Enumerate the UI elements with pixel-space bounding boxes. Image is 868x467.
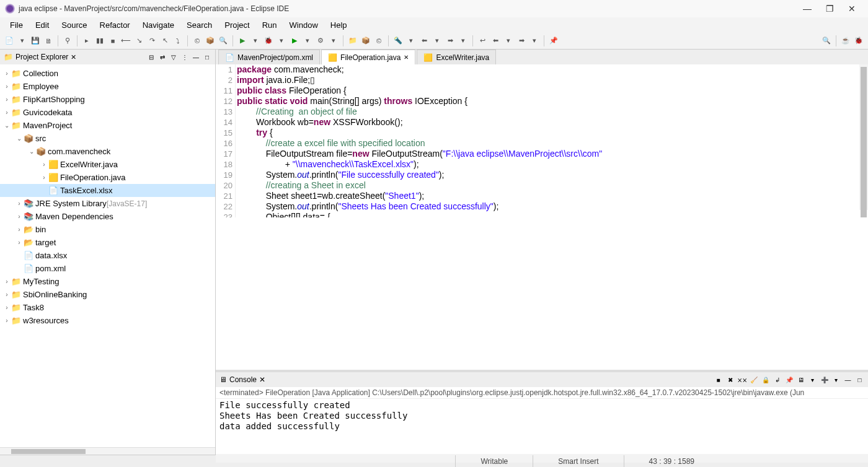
dropdown-icon[interactable]: ▾ [328,35,339,46]
drop-button[interactable]: ⤵ [172,35,184,46]
tree-folder-src[interactable]: ⌄📦src [0,132,215,145]
step-over-button[interactable]: ↷ [146,35,157,46]
tree-maven-deps[interactable]: ›📚Maven Dependencies [0,210,215,223]
menu-search[interactable]: Search [180,19,218,31]
coverage-button[interactable]: ▶ [237,35,248,46]
display-selected-button[interactable]: 🖥 [796,375,805,385]
project-tree[interactable]: ›📁Collection ›📁Employee ›📁FlipKartShoppi… [0,64,215,447]
link-editor-button[interactable]: ⇄ [158,53,167,61]
close-tab-button[interactable]: ✕ [404,54,409,61]
editor-hscrollbar[interactable] [216,217,868,370]
menu-source[interactable]: Source [55,19,93,31]
collapse-all-button[interactable]: ⊟ [147,53,156,61]
tree-project-sbi[interactable]: ›📁SbiOnlineBanking [0,288,215,301]
menu-project[interactable]: Project [218,19,255,31]
tree-jre-library[interactable]: ›📚JRE System Library [JavaSE-17] [0,197,215,210]
new-class-button[interactable]: © [192,35,203,46]
perspective-java-button[interactable]: ☕ [840,35,851,46]
step-into-button[interactable]: ↘ [133,35,144,46]
maximize-button[interactable]: ❐ [818,1,841,16]
open-console-button[interactable]: ➕ [820,375,829,385]
close-view-button[interactable]: ✕ [71,53,76,61]
close-button[interactable]: ✕ [841,1,863,16]
maximize-console-button[interactable]: □ [855,375,864,385]
tree-file-dataxlsx[interactable]: 📄data.xlsx [0,249,215,262]
editor-tab-fileoperation[interactable]: 🟨FileOperation.java✕ [321,50,415,64]
save-all-button[interactable]: 🗎 [43,35,54,46]
dropdown-icon[interactable]: ▾ [276,35,287,46]
clear-console-button[interactable]: 🧹 [749,375,758,385]
editor-vscrollbar[interactable] [859,64,868,210]
new-package-button[interactable]: 📦 [205,35,216,46]
dropdown-icon[interactable]: ▾ [808,375,817,385]
tree-project-task8[interactable]: ›📁Task8 [0,301,215,314]
new-java-class-button[interactable]: © [373,35,384,46]
save-button[interactable]: 💾 [30,35,41,46]
menu-run[interactable]: Run [256,19,283,31]
tree-file-pom[interactable]: 📄pom.xml [0,262,215,275]
tree-file-taskexcel[interactable]: 📄TaskExcel.xlsx [0,184,215,197]
resume-button[interactable]: ▮▮ [94,35,105,46]
editor-tab-pom[interactable]: 📄MavenProject/pom.xml [218,50,320,64]
step-return-button[interactable]: ↖ [159,35,170,46]
view-menu-button[interactable]: ⋮ [180,53,189,61]
debug-button[interactable]: 🐞 [263,35,274,46]
dropdown-icon[interactable]: ▾ [302,35,313,46]
new-java-package-button[interactable]: 📦 [360,35,371,46]
editor-tab-excelwriter[interactable]: 🟨ExcelWriter.java [417,50,496,64]
tree-project-flipkart[interactable]: ›📁FlipKartShopping [0,93,215,106]
remove-all-button[interactable]: ⨯⨯ [737,375,746,385]
tree-project-employee[interactable]: ›📁Employee [0,80,215,93]
code-body[interactable]: package com.mavencheck; import java.io.F… [236,64,868,217]
tree-folder-target[interactable]: ›📂target [0,236,215,249]
skip-button[interactable]: ▸ [81,35,92,46]
annotation-next-button[interactable]: ➡ [445,35,456,46]
toggle-breadcrumb-button[interactable]: ⚲ [62,35,73,46]
tree-file-fileoperation[interactable]: ›🟨FileOperation.java [0,171,215,184]
minimize-button[interactable]: — [796,1,818,16]
tree-project-maven[interactable]: ⌄📁MavenProject [0,119,215,132]
tree-project-w3[interactable]: ›📁w3resources [0,314,215,327]
tree-project-collection[interactable]: ›📁Collection [0,67,215,80]
dropdown-icon[interactable]: ▾ [17,35,28,46]
search-button[interactable]: 🔦 [392,35,404,46]
tree-project-guvi[interactable]: ›📁Guvicodekata [0,106,215,119]
disconnect-button[interactable]: ⟵ [120,35,131,46]
pin-console-button[interactable]: 📌 [784,375,794,385]
menu-refactor[interactable]: Refactor [94,19,136,31]
filter-button[interactable]: ▽ [169,53,178,61]
dropdown-icon[interactable]: ▾ [529,35,540,46]
tree-package-mavencheck[interactable]: ⌄📦com.mavencheck [0,145,215,158]
dropdown-icon[interactable]: ▾ [831,375,841,385]
menu-window[interactable]: Window [283,19,324,31]
dropdown-icon[interactable]: ▾ [250,35,261,46]
terminate-button[interactable]: ■ [107,35,118,46]
tree-file-excelwriter[interactable]: ›🟨ExcelWriter.java [0,158,215,171]
scroll-lock-button[interactable]: 🔒 [761,375,770,385]
dropdown-icon[interactable]: ▾ [503,35,514,46]
minimize-console-button[interactable]: — [843,375,852,385]
open-type-button[interactable]: 🔍 [218,35,229,46]
last-edit-button[interactable]: ↩ [477,35,488,46]
dropdown-icon[interactable]: ▾ [405,35,417,46]
forward-button[interactable]: ➡ [516,35,527,46]
menu-edit[interactable]: Edit [29,19,55,31]
word-wrap-button[interactable]: ↲ [773,375,782,385]
code-editor[interactable]: 1 2 11 12 13 14 15 16 17 18 19 20 21 22 … [216,64,868,217]
minimize-view-button[interactable]: — [192,53,200,61]
menu-file[interactable]: File [4,19,29,31]
console-output[interactable]: File successfully created Sheets Has bee… [216,399,868,454]
back-button[interactable]: ⬅ [490,35,501,46]
new-java-project-button[interactable]: 📁 [347,35,358,46]
annotation-prev-button[interactable]: ⬅ [418,35,430,46]
terminate-process-button[interactable]: ■ [714,375,723,385]
maximize-view-button[interactable]: □ [203,53,211,61]
new-button[interactable]: 📄 [4,35,15,46]
run-last-button[interactable]: ⚙ [315,35,326,46]
explorer-hscrollbar[interactable] [0,447,215,455]
menu-navigate[interactable]: Navigate [136,19,180,31]
dropdown-icon[interactable]: ▾ [432,35,443,46]
perspective-debug-button[interactable]: 🐞 [853,35,864,46]
run-button[interactable]: ▶ [289,35,300,46]
quick-access-button[interactable]: 🔍 [821,35,832,46]
